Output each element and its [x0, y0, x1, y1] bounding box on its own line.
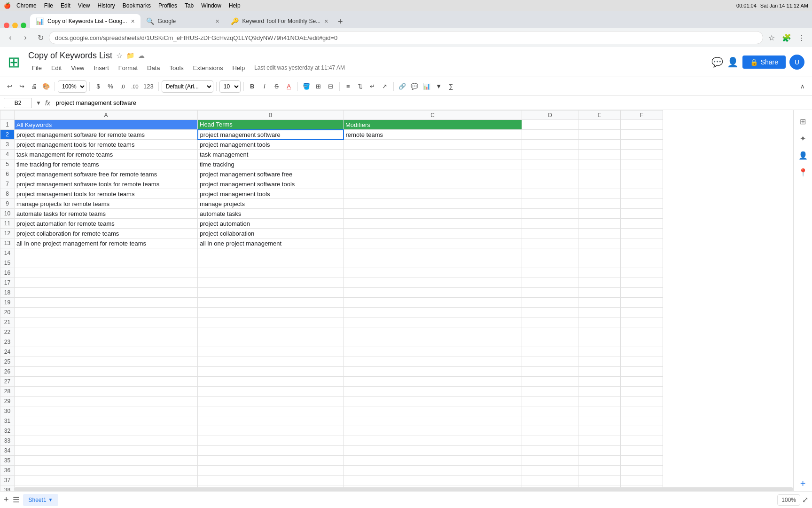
comment-button[interactable]: 💬 [409, 80, 420, 93]
cell-E16[interactable] [578, 268, 621, 278]
col-header-E[interactable]: E [578, 111, 621, 120]
cell-F10[interactable] [621, 209, 663, 219]
row-header-26[interactable]: 26 [0, 367, 15, 377]
cell-E37[interactable] [578, 476, 621, 485]
col-header-F[interactable]: F [621, 111, 663, 120]
cell-F4[interactable] [621, 150, 663, 159]
cell-A3[interactable]: project management tools for remote team… [15, 140, 198, 150]
cell-F14[interactable] [621, 248, 663, 258]
expand-formula-icon[interactable]: ▼ [36, 100, 41, 106]
account-avatar[interactable]: U [789, 55, 804, 70]
row-header-37[interactable]: 37 [0, 476, 15, 485]
align-left-button[interactable]: ≡ [343, 80, 354, 93]
edit-menu-btn[interactable]: Edit [47, 63, 65, 73]
cell-C27[interactable] [344, 377, 522, 387]
cell-D28[interactable] [522, 387, 578, 397]
tab-menu[interactable]: Tab [185, 2, 194, 9]
row-header-7[interactable]: 7 [0, 179, 15, 189]
data-menu-btn[interactable]: Data [143, 63, 164, 73]
cell-C3[interactable] [344, 140, 522, 150]
cell-B37[interactable] [198, 476, 344, 485]
cell-C13[interactable] [344, 238, 522, 248]
cell-D21[interactable] [522, 318, 578, 327]
cell-D20[interactable] [522, 308, 578, 318]
cell-C8[interactable] [344, 189, 522, 199]
back-button[interactable]: ‹ [4, 31, 17, 44]
cell-C23[interactable] [344, 337, 522, 347]
cell-C4[interactable] [344, 150, 522, 159]
row-header-8[interactable]: 8 [0, 189, 15, 199]
new-tab-button[interactable]: + [334, 15, 347, 28]
cell-A15[interactable] [15, 258, 198, 268]
window-maximize[interactable] [21, 23, 26, 28]
cell-A7[interactable]: project management software tools for re… [15, 179, 198, 189]
file-menu-btn[interactable]: File [28, 63, 46, 73]
cell-E7[interactable] [578, 179, 621, 189]
cell-B7[interactable]: project management software tools [198, 179, 344, 189]
tab-sheets-close[interactable]: × [131, 17, 134, 25]
cell-D2[interactable] [522, 130, 578, 140]
cell-B2[interactable]: project management software [198, 130, 344, 140]
move-icon[interactable]: 📁 [126, 52, 134, 59]
sheet-tab-sheet1[interactable]: Sheet1 ▼ [23, 494, 59, 506]
cell-D37[interactable] [522, 476, 578, 485]
cell-F1[interactable] [621, 120, 663, 130]
sidebar-maps-icon[interactable]: 📍 [796, 165, 811, 180]
cell-F32[interactable] [621, 426, 663, 436]
tab-google-close[interactable]: × [215, 17, 219, 25]
more-icon[interactable]: ⋮ [795, 31, 808, 44]
cell-B20[interactable] [198, 308, 344, 318]
cell-F29[interactable] [621, 397, 663, 406]
cell-D18[interactable] [522, 288, 578, 298]
cell-E21[interactable] [578, 318, 621, 327]
row-header-25[interactable]: 25 [0, 357, 15, 367]
cell-F15[interactable] [621, 258, 663, 268]
zoom-controls[interactable]: 100% [777, 494, 800, 506]
row-header-24[interactable]: 24 [0, 347, 15, 357]
cell-F27[interactable] [621, 377, 663, 387]
cell-C34[interactable] [344, 446, 522, 456]
cell-A23[interactable] [15, 337, 198, 347]
bold-button[interactable]: B [247, 80, 258, 93]
row-header-20[interactable]: 20 [0, 308, 15, 318]
cell-D11[interactable] [522, 219, 578, 229]
cell-B31[interactable] [198, 416, 344, 426]
cell-B29[interactable] [198, 397, 344, 406]
row-header-10[interactable]: 10 [0, 209, 15, 219]
cell-A28[interactable] [15, 387, 198, 397]
cell-D24[interactable] [522, 347, 578, 357]
cell-E6[interactable] [578, 169, 621, 179]
cell-E32[interactable] [578, 426, 621, 436]
cell-F20[interactable] [621, 308, 663, 318]
share-button[interactable]: 🔒 Share [742, 56, 786, 69]
row-header-14[interactable]: 14 [0, 248, 15, 258]
row-header-6[interactable]: 6 [0, 169, 15, 179]
cell-E8[interactable] [578, 189, 621, 199]
tab-keyword[interactable]: 🔑 Keyword Tool For Monthly Se... × [225, 14, 334, 28]
cell-D1[interactable] [522, 120, 578, 130]
cell-B4[interactable]: task management [198, 150, 344, 159]
row-header-1[interactable]: 1 [0, 120, 15, 130]
cell-D6[interactable] [522, 169, 578, 179]
cell-F18[interactable] [621, 288, 663, 298]
cell-E30[interactable] [578, 406, 621, 416]
cell-B22[interactable] [198, 327, 344, 337]
cell-D33[interactable] [522, 436, 578, 446]
cell-B16[interactable] [198, 268, 344, 278]
cell-B18[interactable] [198, 288, 344, 298]
user-icon[interactable]: 👤 [727, 56, 739, 68]
cell-A33[interactable] [15, 436, 198, 446]
cell-C15[interactable] [344, 258, 522, 268]
tools-menu-btn[interactable]: Tools [165, 63, 187, 73]
bookmark-icon[interactable]: ☆ [765, 31, 778, 44]
cell-C2[interactable]: remote teams [344, 130, 522, 140]
cell-F21[interactable] [621, 318, 663, 327]
cell-A34[interactable] [15, 446, 198, 456]
cell-F11[interactable] [621, 219, 663, 229]
cell-C36[interactable] [344, 466, 522, 476]
percent-button[interactable]: % [105, 80, 116, 93]
row-header-22[interactable]: 22 [0, 327, 15, 337]
row-header-19[interactable]: 19 [0, 298, 15, 308]
cell-E9[interactable] [578, 199, 621, 209]
row-header-21[interactable]: 21 [0, 318, 15, 327]
